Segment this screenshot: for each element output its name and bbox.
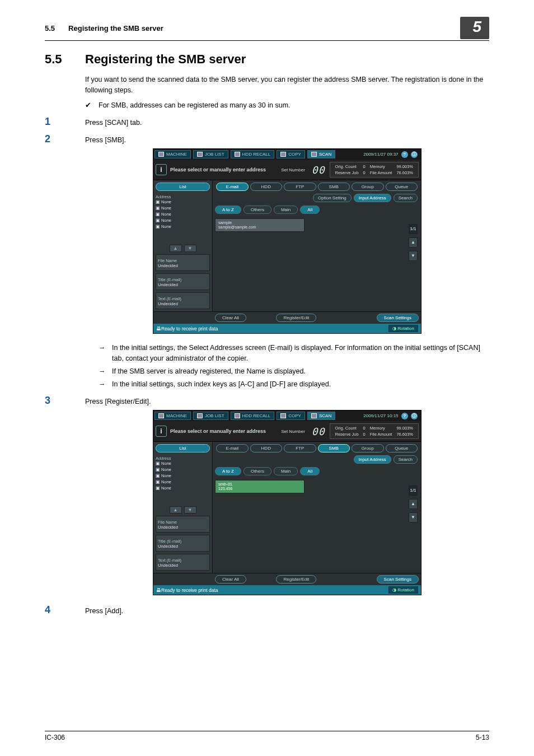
screenshot-step3: MACHINE JOB LIST HDD RECALL COPY SCAN 20… — [153, 410, 421, 595]
scroll-down[interactable]: ▼ — [409, 251, 418, 261]
chapter-badge: 5 — [460, 17, 489, 39]
subtab-email[interactable]: E-mail — [216, 444, 249, 452]
rotation-button[interactable]: ◑ Rotation — [388, 586, 418, 594]
note-2c: In the initial settings, such index keys… — [112, 379, 331, 390]
count-box: Orig. Count0Memory99.003% Reserve Job0Fi… — [330, 162, 419, 178]
printer-icon: 🖶 — [156, 326, 161, 332]
idx-others[interactable]: Others — [243, 206, 271, 214]
scan-settings-button[interactable]: Scan Settings — [377, 314, 419, 322]
scroll-up[interactable]: ▲ — [409, 499, 418, 509]
subtab-queue[interactable]: Queue — [386, 444, 418, 452]
up-button[interactable]: ▲ — [170, 506, 182, 514]
check-icon: ✔ — [85, 100, 99, 111]
addr-none-5: ▣ None — [156, 486, 210, 491]
check-text: For SMB, addresses can be registered as … — [99, 100, 291, 111]
header-section-num: 5.5 — [45, 24, 55, 32]
idx-atoz[interactable]: A to Z — [215, 206, 241, 214]
address-entry[interactable]: sample sample@sample.com — [215, 218, 305, 232]
addr-none-3: ▣ None — [156, 212, 210, 217]
option-setting-button[interactable]: Option Setting — [313, 194, 352, 202]
tab-copy[interactable]: COPY — [277, 412, 305, 420]
set-number-label: Set Number — [281, 167, 305, 172]
rotation-button[interactable]: ◑ Rotation — [388, 325, 418, 332]
down-button[interactable]: ▼ — [184, 506, 196, 514]
idx-all[interactable]: All — [300, 467, 320, 475]
clear-all-button[interactable]: Clear All — [215, 575, 246, 584]
set-number-label: Set Number — [281, 429, 305, 434]
addr-none-4: ▣ None — [156, 218, 210, 223]
register-edit-button[interactable]: Register/Edit — [276, 575, 316, 584]
subtab-group[interactable]: Group — [352, 183, 384, 191]
idx-atoz[interactable]: A to Z — [215, 467, 241, 475]
intro-paragraph: If you want to send the scanned data to … — [85, 74, 489, 96]
tab-joblist[interactable]: JOB LIST — [193, 150, 228, 158]
step-3-num: 3 — [45, 395, 85, 407]
idx-main[interactable]: Main — [274, 206, 298, 214]
scroll-up[interactable]: ▲ — [409, 237, 418, 248]
count-box: Orig. Count0Memory99.003% Reserve Job0Fi… — [330, 423, 419, 439]
tab-scan[interactable]: SCAN — [307, 150, 335, 158]
subtab-email[interactable]: E-mail — [216, 183, 249, 191]
subtab-group[interactable]: Group — [352, 444, 384, 452]
subtab-smb[interactable]: SMB — [318, 444, 350, 452]
addr-none-3: ▣ None — [156, 473, 210, 478]
idx-main[interactable]: Main — [274, 467, 298, 475]
footer-left: IC-306 — [45, 734, 65, 741]
help-icon[interactable]: ? — [401, 413, 408, 419]
register-edit-button[interactable]: Register/Edit — [276, 314, 316, 322]
scroll-down[interactable]: ▼ — [409, 512, 418, 522]
clear-all-button[interactable]: Clear All — [215, 314, 246, 322]
set-number-value: 00 — [312, 164, 325, 176]
tab-joblist[interactable]: JOB LIST — [193, 412, 228, 420]
status-ready: Ready to receive print data — [161, 326, 218, 332]
arrow-icon: → — [99, 366, 112, 377]
input-address-button[interactable]: Input Address — [354, 194, 391, 202]
tab-hddrecall[interactable]: HDD RECALL — [231, 150, 275, 158]
addr-none-5: ▣ None — [156, 224, 210, 229]
subtab-hdd[interactable]: HDD — [250, 183, 283, 191]
idx-others[interactable]: Others — [243, 467, 271, 475]
help-icon-2[interactable]: ⓘ — [411, 413, 418, 419]
printer-icon: 🖶 — [156, 587, 161, 593]
help-icon[interactable]: ? — [401, 151, 408, 158]
tab-hddrecall[interactable]: HDD RECALL — [231, 412, 275, 420]
subtab-hdd[interactable]: HDD — [250, 444, 283, 452]
search-button[interactable]: Search — [394, 455, 418, 464]
addr-none-2: ▣ None — [156, 206, 210, 211]
subtab-ftp[interactable]: FTP — [284, 444, 316, 452]
arrow-icon: → — [99, 379, 112, 390]
tab-scan[interactable]: SCAN — [307, 412, 335, 420]
footer-right: 5-13 — [476, 734, 489, 741]
subtab-smb[interactable]: SMB — [318, 183, 350, 191]
address-label: Address — [156, 194, 210, 199]
list-button[interactable]: List — [156, 183, 210, 191]
addr-none-4: ▣ None — [156, 479, 210, 484]
up-button[interactable]: ▲ — [170, 245, 182, 252]
input-address-button[interactable]: Input Address — [354, 455, 391, 464]
idx-all[interactable]: All — [300, 206, 320, 214]
down-button[interactable]: ▼ — [184, 245, 196, 252]
note-2a: In the initial settings, the Select Addr… — [112, 343, 489, 364]
search-button[interactable]: Search — [394, 194, 418, 202]
help-icon-2[interactable]: ⓘ — [411, 151, 418, 158]
step-1-num: 1 — [45, 116, 85, 128]
datetime: 2009/11/27 10:15 ? ⓘ — [363, 413, 420, 419]
msg-text: Please select or manually enter address — [170, 167, 281, 172]
address-entry[interactable]: smb-01 123.456 — [215, 480, 305, 493]
status-ready: Ready to receive print data — [161, 587, 218, 593]
tab-machine[interactable]: MACHINE — [154, 150, 191, 158]
step-2-num: 2 — [45, 133, 85, 145]
tab-copy[interactable]: COPY — [277, 150, 305, 158]
datetime: 2009/11/27 09:37 ? ⓘ — [363, 151, 420, 158]
subtab-ftp[interactable]: FTP — [284, 183, 316, 191]
list-button[interactable]: List — [156, 444, 210, 452]
subtab-queue[interactable]: Queue — [386, 183, 418, 191]
step-3-text: Press [Register/Edit]. — [85, 398, 151, 405]
scan-settings-button[interactable]: Scan Settings — [377, 575, 419, 584]
tab-machine[interactable]: MACHINE — [154, 412, 191, 420]
set-number-value: 00 — [312, 426, 325, 437]
step-2-text: Press [SMB]. — [85, 136, 126, 144]
section-num: 5.5 — [45, 52, 85, 67]
info-icon: i — [156, 426, 167, 437]
scroll-count: 1/1 — [409, 486, 418, 496]
